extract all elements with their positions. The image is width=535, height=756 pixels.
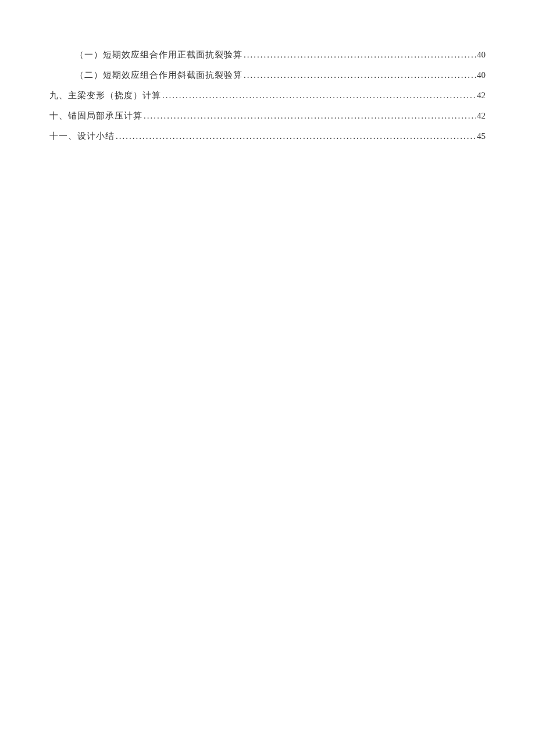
toc-entry: 十、锚固局部承压计算42 (49, 110, 486, 121)
toc-entry-page: 42 (477, 111, 486, 121)
toc-leader-dots (144, 111, 476, 121)
toc-entry-page: 40 (477, 70, 486, 80)
toc-leader-dots (244, 70, 476, 80)
toc-entry-title: （一）短期效应组合作用正截面抗裂验算 (75, 49, 242, 60)
toc-entry: 九、主梁变形（挠度）计算42 (49, 90, 486, 101)
toc-entry-title: （二）短期效应组合作用斜截面抗裂验算 (75, 70, 242, 81)
toc-leader-dots (116, 131, 476, 141)
toc-entry: （一）短期效应组合作用正截面抗裂验算40 (49, 49, 486, 60)
toc-leader-dots (244, 50, 476, 60)
toc-entry-title: 十、锚固局部承压计算 (49, 110, 142, 121)
toc-entry-page: 45 (477, 131, 486, 141)
toc-leader-dots (162, 91, 476, 101)
toc-entry-page: 42 (477, 91, 486, 101)
table-of-contents: （一）短期效应组合作用正截面抗裂验算40（二）短期效应组合作用斜截面抗裂验算40… (49, 49, 486, 142)
toc-entry-page: 40 (477, 50, 486, 60)
toc-entry-title: 九、主梁变形（挠度）计算 (49, 90, 161, 101)
toc-entry-title: 十一、设计小结 (49, 131, 115, 142)
toc-entry: （二）短期效应组合作用斜截面抗裂验算40 (49, 70, 486, 81)
toc-entry: 十一、设计小结45 (49, 131, 486, 142)
